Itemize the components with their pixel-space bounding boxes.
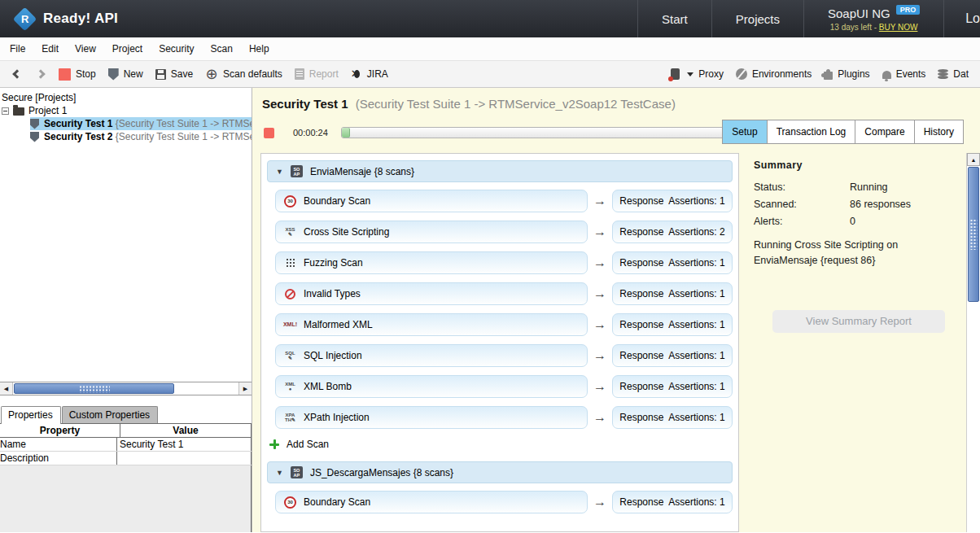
scan-group-header-js-descargamensajes[interactable]: ▼JS_DescargaMensajes {8 scans} [267, 461, 733, 483]
vertical-scrollbar[interactable]: ▲ [966, 153, 980, 532]
tree-root-workspace[interactable]: Secure [Projects] [0, 91, 252, 104]
scan-name: Cross Site Scripting [304, 226, 389, 238]
toolbar-proxy-button[interactable]: Proxy [666, 66, 728, 82]
menu-scan[interactable]: Scan [203, 40, 241, 58]
top-tab-projects[interactable]: Projects [711, 0, 803, 37]
collapse-minus-icon[interactable] [2, 107, 9, 115]
scan-item-malformed-xml[interactable]: Malformed XML [275, 313, 588, 336]
save-icon [155, 69, 166, 80]
summary-status-message: Running Cross Site Scripting on EnviaMen… [754, 238, 964, 269]
scroll-up-arrow-icon[interactable]: ▲ [967, 153, 980, 166]
response-assertions-boundary-scan[interactable]: Response Assertions: 1 [612, 491, 733, 513]
response-assertions-sql-injection[interactable]: Response Assertions: 1 [612, 344, 733, 367]
response-assertions-xpath-injection[interactable]: Response Assertions: 1 [612, 406, 733, 429]
toolbar-save-button[interactable]: Save [151, 66, 198, 82]
scan-item-xml-bomb[interactable]: XML Bomb [275, 375, 588, 398]
progress-bar [341, 127, 759, 138]
scan-name: Boundary Scan [304, 496, 370, 508]
flow-arrow-icon: → [588, 317, 612, 332]
toolbar-forward-icon-button[interactable] [30, 68, 51, 80]
buy-now-link[interactable]: BUY NOW [879, 23, 918, 32]
toolbar-plugins-button[interactable]: Plugins [819, 66, 874, 82]
scan-group-label: EnviaMensaje {8 scans} [310, 166, 414, 177]
response-assertions-boundary-scan[interactable]: Response Assertions: 1 [612, 190, 733, 212]
scan-item-sql-injection[interactable]: SQL Injection [275, 344, 588, 367]
tab-transaction-log[interactable]: Transaction Log [767, 120, 856, 144]
stop-run-button[interactable] [264, 128, 274, 138]
scroll-left-arrow-icon[interactable]: ◀ [0, 382, 13, 395]
toolbar-stop-button[interactable]: Stop [54, 66, 101, 83]
collapse-triangle-icon[interactable]: ▼ [276, 168, 283, 176]
scan-item-xpath-injection[interactable]: XPath Injection [275, 406, 588, 429]
app-title: Ready! API [43, 11, 118, 27]
response-assertions-malformed-xml[interactable]: Response Assertions: 1 [612, 313, 733, 336]
scrollbar-thumb[interactable] [14, 383, 174, 394]
scrollbar-track[interactable] [13, 382, 238, 395]
tab-compare[interactable]: Compare [855, 120, 914, 144]
add-scan-button[interactable]: Add Scan [269, 437, 733, 452]
toolbar-button-label: Events [896, 68, 926, 80]
response-assertions-xml-bomb[interactable]: Response Assertions: 1 [612, 375, 733, 398]
ready-api-logo-icon: R [13, 7, 37, 31]
top-tab-start[interactable]: Start [637, 0, 711, 37]
scan-icon-wrap [283, 382, 297, 391]
flow-arrow-icon: → [588, 286, 612, 301]
property-row-description[interactable]: Description [0, 452, 252, 465]
tab-custom-properties[interactable]: Custom Properties [62, 406, 158, 423]
tab-history[interactable]: History [914, 120, 964, 144]
toolbar-jira-button[interactable]: JIRA [346, 66, 393, 82]
scan-item-boundary-scan[interactable]: Boundary Scan [275, 491, 588, 513]
toolbar-new-button[interactable]: New [103, 66, 148, 83]
toolbar-back-icon-button[interactable] [7, 68, 28, 80]
scan-item-invalid-types[interactable]: Invalid Types [275, 282, 588, 305]
summary-label: Scanned: [754, 199, 850, 210]
collapse-triangle-icon[interactable]: ▼ [276, 469, 283, 477]
scan-item-cross-site-scripting[interactable]: Cross Site Scripting [275, 221, 588, 243]
toolbar-events-button[interactable]: Events [877, 66, 931, 82]
flow-arrow-icon: → [588, 225, 612, 239]
vertical-scrollbar-thumb[interactable] [968, 167, 979, 302]
license-product: SoapUI NG [828, 7, 890, 20]
response-assertions-fuzzing-scan[interactable]: Response Assertions: 1 [612, 251, 733, 274]
invalid-types-icon [285, 289, 295, 299]
database-icon [938, 69, 948, 80]
menu-view[interactable]: View [67, 40, 104, 58]
tab-properties[interactable]: Properties [1, 406, 61, 424]
view-summary-report-button[interactable]: View Summary Report [772, 310, 945, 333]
flow-arrow-icon: → [588, 194, 612, 208]
menu-help[interactable]: Help [241, 40, 278, 58]
license-title: SoapUI NGPRO [828, 7, 920, 20]
scan-item-fuzzing-scan[interactable]: Fuzzing Scan [275, 251, 588, 274]
toolbar-dat-button[interactable]: Dat [933, 66, 973, 82]
property-value-cell[interactable]: Security Test 1 [117, 438, 252, 451]
scan-name: Fuzzing Scan [304, 257, 363, 269]
tree-node-project[interactable]: Project 1 [0, 104, 252, 117]
summary-value: Running [850, 181, 888, 193]
scan-name: Boundary Scan [304, 195, 370, 207]
toolbar-report-button[interactable]: Report [290, 66, 343, 82]
scan-item-boundary-scan[interactable]: Boundary Scan [275, 190, 588, 212]
property-row-name[interactable]: NameSecurity Test 1 [0, 438, 252, 452]
tree-node-content: Security Test 1 {Security Test Suite 1 -… [30, 117, 252, 130]
menu-edit[interactable]: Edit [33, 40, 67, 58]
tree-node-security-test-1[interactable]: Security Test 1 {Security Test Suite 1 -… [0, 117, 252, 130]
column-header-value: Value [120, 424, 252, 437]
scroll-right-arrow-icon[interactable]: ▶ [238, 382, 252, 395]
tree-node-security-test-2[interactable]: Security Test 2 {Security Test Suite 1 -… [0, 130, 252, 143]
top-tab-soapui-ng[interactable]: SoapUI NGPRO13 days left - BUY NOW [803, 0, 943, 37]
property-value-cell[interactable] [117, 452, 252, 465]
tree-horizontal-scrollbar[interactable]: ◀ ▶ [0, 382, 252, 395]
toolbar-environments-button[interactable]: Environments [731, 66, 816, 82]
scan-group-label: JS_DescargaMensajes {8 scans} [310, 467, 453, 478]
menu-security[interactable]: Security [151, 40, 202, 58]
menu-project[interactable]: Project [104, 40, 151, 58]
properties-rows: NameSecurity Test 1Description [0, 438, 252, 465]
tab-setup[interactable]: Setup [722, 120, 767, 144]
scan-group-header-enviamensaje[interactable]: ▼EnviaMensaje {8 scans} [267, 160, 733, 182]
response-assertions-invalid-types[interactable]: Response Assertions: 1 [612, 282, 733, 305]
top-tab-loadui-partial[interactable]: Lo [943, 0, 980, 37]
menu-file[interactable]: File [2, 40, 33, 58]
scan-row: Boundary Scan→Response Assertions: 1 [267, 491, 733, 513]
toolbar-scan-defaults-button[interactable]: Scan defaults [200, 65, 287, 83]
response-assertions-cross-site-scripting[interactable]: Response Assertions: 2 [612, 221, 733, 243]
